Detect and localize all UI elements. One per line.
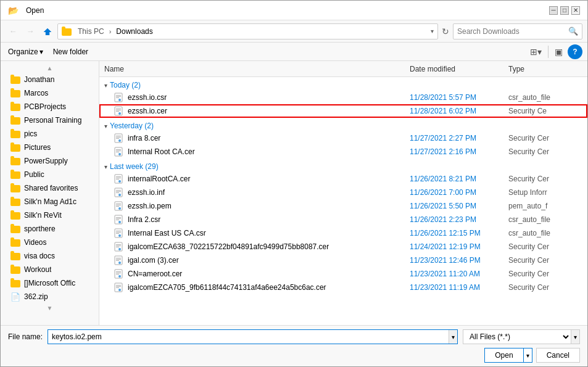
organize-button[interactable]: Organize ▾ <box>6 46 46 57</box>
filename-input[interactable] <box>48 330 449 344</box>
new-folder-button[interactable]: New folder <box>51 46 91 57</box>
minimize-button[interactable]: ─ <box>549 6 558 15</box>
address-separator: › <box>109 28 112 35</box>
open-dropdown-button[interactable]: ▾ <box>523 348 532 362</box>
group-label-yesterday: Yesterday (2) <box>110 122 154 130</box>
up-button[interactable] <box>40 24 55 39</box>
sidebar-item-label-videos: Videos <box>24 238 46 247</box>
sidebar-item-jonathan[interactable]: Jonathan <box>1 73 99 86</box>
file-row-f4[interactable]: Internal Root CA.cer11/27/2021 2:16 PMSe… <box>99 145 587 159</box>
sidebar-item-label-pcbprojects: PCBProjects <box>24 102 66 111</box>
file-icon-f11 <box>114 255 124 265</box>
file-type-f1: csr_auto_file <box>508 93 582 102</box>
sidebar-item-public[interactable]: Public <box>1 168 99 181</box>
sidebar-item-visa-docs[interactable]: visa docs <box>1 249 99 263</box>
filename-input-wrapper[interactable]: ▾ <box>48 329 458 344</box>
filetype-select[interactable]: All Files (*.*) <box>463 330 571 344</box>
pane-icon: ▣ <box>555 47 563 57</box>
svg-point-19 <box>118 153 121 155</box>
file-type-f8: csr_auto_file <box>508 215 582 224</box>
file-row-f13[interactable]: igalcomEZCA705_9fb6118f44c74131af4a6ee24… <box>99 281 587 294</box>
file-icon-f7 <box>114 201 124 211</box>
sidebar-item-silkn-mag[interactable]: Silk'n Mag Ad1c <box>1 195 99 208</box>
search-box[interactable]: 🔍 <box>453 23 582 39</box>
sidebar-scroll-down[interactable]: ▼ <box>1 303 99 313</box>
group-header-yesterday[interactable]: ▾Yesterday (2) <box>99 118 587 131</box>
svg-rect-21 <box>116 176 121 177</box>
file-row-f12[interactable]: CN=ameroot.cer11/23/2021 11:20 AMSecurit… <box>99 267 587 281</box>
file-row-f11[interactable]: igal.com (3).cer11/23/2021 12:46 PMSecur… <box>99 254 587 267</box>
sidebar-item-label-jonathan: Jonathan <box>24 75 54 84</box>
sidebar-item-label-public: Public <box>24 170 44 179</box>
file-row-f1[interactable]: ezssh.io.csr11/28/2021 5:57 PMcsr_auto_f… <box>99 91 587 104</box>
file-row-f5[interactable]: internalRootCA.cer11/26/2021 8:21 PMSecu… <box>99 172 587 186</box>
file-icon-f9 <box>114 228 124 238</box>
filetype-wrapper[interactable]: All Files (*.*) ▾ <box>463 329 580 344</box>
file-row-f10[interactable]: igalcomEZCA638_702215722bf04891afc9499d7… <box>99 240 587 254</box>
file-icon-f10 <box>114 242 124 252</box>
file-icon-f6 <box>114 188 124 197</box>
svg-rect-52 <box>116 259 121 260</box>
svg-rect-48 <box>116 247 119 247</box>
sidebar-item-pics[interactable]: pics <box>1 127 99 141</box>
sidebar-item-silkn-revit[interactable]: Silk'n ReVit <box>1 208 99 222</box>
help-button[interactable]: ? <box>568 44 582 59</box>
title-bar-title: Open <box>26 6 44 15</box>
sidebar-item-workout[interactable]: Workout <box>1 263 99 276</box>
search-icon: 🔍 <box>568 27 578 36</box>
sidebar-item-powersupply[interactable]: PowerSupply <box>1 154 99 168</box>
file-icon-f3 <box>114 133 124 143</box>
sidebar-scroll-up[interactable]: ▲ <box>1 64 99 73</box>
group-chevron-yesterday: ▾ <box>104 123 107 130</box>
filetype-dropdown-button[interactable]: ▾ <box>571 330 579 344</box>
file-row-f8[interactable]: Infra 2.csr11/26/2021 2:23 PMcsr_auto_fi… <box>99 213 587 226</box>
powersupply-icon <box>10 158 20 165</box>
open-button[interactable]: Open <box>485 348 523 362</box>
file-row-f6[interactable]: ezssh.io.inf11/26/2021 7:00 PMSetup Info… <box>99 186 587 199</box>
svg-rect-26 <box>116 190 121 191</box>
sidebar-item-pictures[interactable]: Pictures <box>1 141 99 154</box>
sidebar-item-label-sporthere: sporthere <box>24 225 56 233</box>
back-button[interactable]: ← <box>6 24 20 39</box>
group-header-today[interactable]: ▾Today (2) <box>99 77 587 91</box>
view-options-button[interactable]: ⊞ ▾ <box>528 46 544 58</box>
close-button[interactable]: ✕ <box>571 6 580 15</box>
address-bar[interactable]: This PC › Downloads ▾ <box>57 23 438 39</box>
cancel-button[interactable]: Cancel <box>536 348 580 363</box>
svg-point-24 <box>118 180 121 183</box>
file-icon-f13 <box>114 282 124 292</box>
maximize-button[interactable]: □ <box>560 6 569 15</box>
file-date-f13: 11/23/2021 11:19 AM <box>410 283 508 292</box>
file-row-f2[interactable]: ezssh.io.cer11/28/2021 6:02 PMSecurity C… <box>99 104 587 118</box>
silkn-mag-icon <box>10 199 20 206</box>
refresh-button[interactable]: ↻ <box>441 25 450 38</box>
sidebar-item-pcbprojects[interactable]: PCBProjects <box>1 100 99 113</box>
sidebar-item-362zip[interactable]: 📄362.zip <box>1 290 99 303</box>
pane-button[interactable]: ▣ <box>552 46 565 58</box>
sidebar-item-shared-favorites[interactable]: Shared favorites <box>1 181 99 195</box>
file-row-f3[interactable]: infra 8.cer11/27/2021 2:27 PMSecurity Ce… <box>99 131 587 145</box>
silkn-revit-icon <box>10 212 20 220</box>
sidebar-item-marcos[interactable]: Marcos <box>1 86 99 100</box>
sidebar-item-ms-office[interactable]: []Microsoft Offic <box>1 276 99 290</box>
file-name-f12: CN=ameroot.cer <box>128 270 410 278</box>
svg-rect-43 <box>116 233 119 234</box>
group-header-last-week[interactable]: ▾Last week (29) <box>99 159 587 172</box>
file-row-f7[interactable]: ezssh.io.pem11/26/2021 5:50 PMpem_auto_f <box>99 199 587 213</box>
file-row-f9[interactable]: Internal East US CA.csr11/26/2021 12:15 … <box>99 226 587 240</box>
file-name-f8: Infra 2.csr <box>128 215 410 224</box>
dialog-icon: 📂 <box>8 6 19 15</box>
sidebar-item-videos[interactable]: Videos <box>1 236 99 249</box>
svg-rect-32 <box>116 205 121 205</box>
svg-rect-8 <box>116 111 119 112</box>
file-date-f9: 11/26/2021 12:15 PM <box>410 229 508 237</box>
file-name-f1: ezssh.io.csr <box>128 93 410 102</box>
search-input[interactable] <box>457 27 566 36</box>
svg-rect-63 <box>116 287 119 288</box>
pics-icon <box>10 131 20 138</box>
forward-button[interactable]: → <box>23 24 38 39</box>
organize-chevron-icon: ▾ <box>39 47 43 56</box>
filename-dropdown-button[interactable]: ▾ <box>449 330 457 344</box>
sidebar-item-personal-training[interactable]: Personal Training <box>1 113 99 127</box>
sidebar-item-sporthere[interactable]: sporthere <box>1 222 99 236</box>
